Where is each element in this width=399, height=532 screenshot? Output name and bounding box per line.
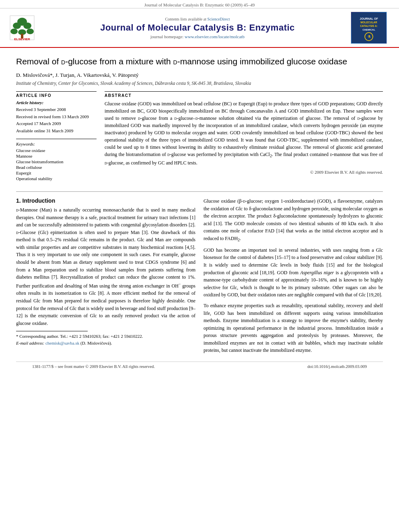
svg-point-3	[13, 23, 21, 29]
homepage-label: journal homepage:	[150, 34, 183, 39]
history-accepted: Accepted 17 March 2009	[16, 121, 97, 127]
catalysis-logo: JOURNAL OF MOLECULAR CATALYSIS A: CHEMIC…	[351, 12, 387, 43]
svg-text:⚗: ⚗	[368, 35, 371, 39]
affiliation: Institute of Chemistry, Center for Glyco…	[16, 81, 383, 86]
banner-left: ELSEVIER	[8, 14, 44, 42]
abstract-column: Abstract Glucose oxidase (GOD) was immob…	[105, 91, 383, 186]
history-revised: Received in revised form 13 March 2009	[16, 114, 97, 120]
banner-center: Contents lists available at ScienceDirec…	[44, 17, 351, 39]
journal-title-banner: Journal of Molecular Catalysis B: Enzyma…	[44, 23, 351, 33]
article-title: Removal of d-glucose from a mixture with…	[16, 56, 383, 67]
keyword-5: Eupergit	[16, 170, 97, 175]
keyword-1: Glucose oxidase	[16, 148, 97, 153]
intro-paragraph-1: d-Mannose (Man) is a naturally occurring…	[16, 206, 195, 327]
keyword-2: Mannose	[16, 154, 97, 158]
svg-text:CHEMICAL: CHEMICAL	[362, 29, 375, 31]
history-online: Available online 31 March 2009	[16, 128, 97, 134]
svg-point-4	[23, 23, 31, 29]
keyword-6: Operational stability	[16, 176, 97, 181]
svg-point-7	[27, 29, 34, 34]
footnote-corresponding: * Corresponding author. Tel.: +421 2 594…	[16, 333, 195, 340]
copyright-line: © 2009 Elsevier B.V. All rights reserved…	[105, 170, 383, 175]
sciencedirect-line: Contents lists available at ScienceDirec…	[44, 17, 351, 21]
journal-citation: Journal of Molecular Catalysis B: Enzyma…	[144, 2, 255, 7]
article-info-title: Article Info	[16, 93, 97, 98]
svg-text:JOURNAL OF: JOURNAL OF	[360, 17, 378, 20]
right-paragraph-2: GOD has become an important tool in seve…	[204, 246, 383, 299]
body-right-col: Glucose oxidase (β-d-glucose; oxygen 1-o…	[204, 197, 383, 357]
svg-text:CATALYSIS A:: CATALYSIS A:	[360, 25, 378, 27]
journal-homepage-line: journal homepage: www.elsevier.com/locat…	[44, 34, 351, 39]
keywords-label: Keywords:	[16, 142, 97, 146]
section-divider	[16, 191, 383, 192]
history-received: Received 3 September 2008	[16, 107, 97, 113]
keyword-3: Glucose biotransformation	[16, 159, 97, 164]
right-paragraph-1: Glucose oxidase (β-d-glucose; oxygen 1-o…	[204, 197, 383, 243]
abstract-text: Glucose oxidase (GOD) was immobilized on…	[105, 100, 383, 166]
banner-right-logo: JOURNAL OF MOLECULAR CATALYSIS A: CHEMIC…	[351, 12, 387, 44]
footnote-email-link[interactable]: chemisk@savba.sk	[45, 341, 79, 345]
sciencedirect-link[interactable]: ScienceDirect	[207, 17, 230, 21]
keyword-4: Bead cellulose	[16, 165, 97, 170]
footnote-divider	[16, 331, 88, 331]
footnote-email: E-mail address: chemisk@savba.sk (D. Mis…	[16, 340, 195, 347]
intro-heading: 1. Introduction	[16, 197, 195, 204]
contents-label: Contents lists available at	[165, 17, 206, 21]
footer-issn: 1381-1177/$ – see front matter © 2009 El…	[32, 364, 155, 369]
homepage-url[interactable]: www.elsevier.com/locate/molcatb	[185, 34, 245, 39]
footer-bar: 1381-1177/$ – see front matter © 2009 El…	[16, 362, 383, 371]
article-info-abstract-row: Article Info Article history: Received 3…	[16, 91, 383, 186]
journal-top-bar: Journal of Molecular Catalysis B: Enzyma…	[0, 0, 399, 8]
elsevier-logo: ELSEVIER	[8, 14, 36, 42]
body-left-col: 1. Introduction d-Mannose (Man) is a nat…	[16, 197, 195, 357]
article-info-column: Article Info Article history: Received 3…	[16, 91, 97, 186]
keywords-box: Keywords: Glucose oxidase Mannose Glucos…	[16, 139, 97, 181]
abstract-title: Abstract	[105, 93, 383, 98]
svg-point-5	[10, 29, 18, 34]
footer-doi: doi:10.1016/j.molcatb.2009.03.009	[307, 364, 367, 369]
journal-banner: ELSEVIER Contents lists available at Sci…	[0, 8, 399, 48]
svg-text:MOLECULAR: MOLECULAR	[360, 21, 377, 24]
page: Journal of Molecular Catalysis B: Enzyma…	[0, 0, 399, 532]
body-two-col: 1. Introduction d-Mannose (Man) is a nat…	[16, 197, 383, 357]
right-paragraph-3: To enhance enzyme properties such as reu…	[204, 302, 383, 354]
history-label: Article history:	[16, 100, 97, 105]
article-info-box: Article Info Article history: Received 3…	[16, 91, 97, 134]
abstract-section: Abstract Glucose oxidase (GOD) was immob…	[105, 91, 383, 174]
svg-text:ELSEVIER: ELSEVIER	[14, 37, 30, 41]
article-content: Removal of d-glucose from a mixture with…	[0, 48, 399, 379]
authors: D. Mislovičová*, J. Turjan, A. Vikartovs…	[16, 72, 383, 78]
